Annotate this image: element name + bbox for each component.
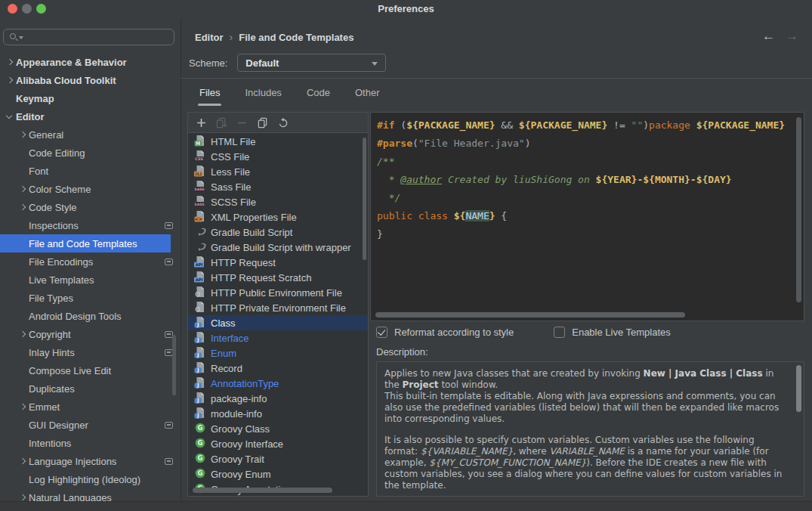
template-item-less-file[interactable]: (L)Less File xyxy=(188,164,368,179)
template-item-gradle-build-script-with-wrapper[interactable]: Gradle Build Script with wrapper xyxy=(188,240,368,255)
chevron-down-icon[interactable] xyxy=(5,107,16,125)
template-item-gradle-build-script[interactable]: Gradle Build Script xyxy=(188,225,368,240)
sidebar-scrollbar[interactable] xyxy=(172,335,176,395)
template-item-groovy-enum[interactable]: GGroovy Enum xyxy=(188,466,368,482)
code-token: "" xyxy=(631,119,644,131)
search-options-caret-icon[interactable] xyxy=(19,36,23,39)
sidebar-item-code-style[interactable]: Code Style xyxy=(0,198,181,216)
template-item-html-file[interactable]: HHTML File xyxy=(188,134,368,149)
sidebar-item-file-and-code-templates[interactable]: File and Code Templates xyxy=(0,234,171,252)
css-file-icon: CSS xyxy=(194,150,206,164)
sidebar-item-language-injections[interactable]: Language Injections xyxy=(0,452,181,470)
add-button[interactable] xyxy=(194,116,208,129)
template-item-http-private-environment-file[interactable]: HTTP Private Environment File xyxy=(188,300,368,315)
chevron-right-icon[interactable] xyxy=(17,125,29,144)
sidebar-item-duplicates[interactable]: Duplicates xyxy=(0,379,181,398)
chevron-right-icon[interactable] xyxy=(17,398,29,416)
sidebar-item-log-highlighting-ideolog[interactable]: Log Highlighting (Ideolog) xyxy=(0,470,181,488)
svg-text:J: J xyxy=(196,413,199,419)
template-item-label: Interface xyxy=(211,333,249,344)
sidebar-item-alibaba-cloud-toolkit[interactable]: Alibaba Cloud Toolkit xyxy=(0,71,181,89)
description-paragraph: This built-in template is editable. Alon… xyxy=(384,391,787,425)
template-item-class[interactable]: JClass xyxy=(188,315,368,330)
template-item-groovy-trait[interactable]: GGroovy Trait xyxy=(188,451,368,466)
sidebar-item-file-encodings[interactable]: File Encodings xyxy=(0,252,181,271)
chevron-right-icon[interactable] xyxy=(17,198,29,216)
template-code[interactable]: #if (${PACKAGE_NAME} && ${PACKAGE_NAME} … xyxy=(371,113,804,247)
breadcrumb-editor[interactable]: Editor xyxy=(195,32,224,43)
sidebar-item-android-design-tools[interactable]: Android Design Tools xyxy=(0,307,181,325)
template-item-enum[interactable]: JEnum xyxy=(188,345,368,361)
sidebar-item-color-scheme[interactable]: Color Scheme xyxy=(0,180,181,198)
description-segment: This built-in template is editable. Alon… xyxy=(384,391,779,424)
template-item-groovy-class[interactable]: GGroovy Class xyxy=(188,421,368,436)
chevron-right-icon[interactable] xyxy=(17,325,29,343)
template-item-css-file[interactable]: CSSCSS File xyxy=(188,149,368,164)
tab-code[interactable]: Code xyxy=(305,84,332,106)
template-item-interface[interactable]: JInterface xyxy=(188,330,368,345)
svg-text:J: J xyxy=(196,367,199,373)
template-item-groovy-interface[interactable]: GGroovy Interface xyxy=(188,436,368,451)
sidebar-item-code-editing[interactable]: Code Editing xyxy=(0,144,181,162)
description-scrollbar[interactable] xyxy=(796,365,801,412)
duplicate-button[interactable] xyxy=(255,116,269,129)
chevron-right-icon[interactable] xyxy=(17,452,29,470)
sidebar-item-live-templates[interactable]: Live Templates xyxy=(0,271,181,289)
template-item-http-public-environment-file[interactable]: HTTP Public Environment File xyxy=(188,285,368,300)
template-code-editor[interactable]: #if (${PACKAGE_NAME} && ${PACKAGE_NAME} … xyxy=(370,112,804,321)
sidebar-item-general[interactable]: General xyxy=(0,125,181,144)
search-input[interactable] xyxy=(26,30,171,44)
sidebar-item-compose-live-edit[interactable]: Compose Live Edit xyxy=(0,361,181,379)
live-templates-checkbox[interactable] xyxy=(554,327,565,338)
sidebar-item-emmet[interactable]: Emmet xyxy=(0,398,181,416)
sidebar-item-appearance-behavior[interactable]: Appearance & Behavior xyxy=(0,53,181,71)
templates-list-horizontal-scrollbar[interactable] xyxy=(193,488,332,493)
template-item-package-info[interactable]: Jpackage-info xyxy=(188,391,368,406)
chevron-right-icon[interactable] xyxy=(5,53,16,71)
code-token: "File Header.java" xyxy=(418,138,525,149)
template-item-record[interactable]: JRecord xyxy=(188,361,368,376)
scheme-dropdown[interactable]: Default xyxy=(237,54,386,72)
template-item-sass-file[interactable]: SASSSass File xyxy=(188,179,368,194)
sidebar-item-editor[interactable]: Editor xyxy=(0,107,181,125)
reformat-option[interactable]: Reformat according to style xyxy=(376,327,514,338)
template-item-label: package-info xyxy=(211,393,267,404)
code-token: ( xyxy=(412,138,418,149)
templates-list-vertical-scrollbar[interactable] xyxy=(363,138,366,260)
template-item-xml-properties-file[interactable]: <>XML Properties File xyxy=(188,209,368,225)
applied-settings-badge-icon xyxy=(165,458,173,465)
chevron-right-icon[interactable] xyxy=(17,180,29,198)
chevron-right-icon[interactable] xyxy=(5,71,16,89)
template-item-label: AnnotationType xyxy=(211,378,279,389)
search-field[interactable] xyxy=(3,29,174,45)
tab-other[interactable]: Other xyxy=(354,84,381,106)
template-item-http-request-scratch[interactable]: APIHTTP Request Scratch xyxy=(188,270,368,285)
svg-text:J: J xyxy=(196,382,199,389)
template-item-annotationtype[interactable]: JAnnotationType xyxy=(188,376,368,391)
tab-files[interactable]: Files xyxy=(198,84,221,106)
back-arrow-icon[interactable]: ← xyxy=(762,29,775,44)
live-templates-option[interactable]: Enable Live Templates xyxy=(554,327,671,338)
editor-horizontal-scrollbar[interactable] xyxy=(375,312,685,317)
sidebar-item-font[interactable]: Font xyxy=(0,162,181,180)
sidebar-item-keymap[interactable]: Keymap xyxy=(0,89,181,107)
template-item-http-request[interactable]: APIHTTP Request xyxy=(188,255,368,270)
sidebar-item-inspections[interactable]: Inspections xyxy=(0,216,181,234)
template-item-label: HTTP Private Environment File xyxy=(211,302,346,314)
code-line: * @author Created by liuShiGong on ${YEA… xyxy=(377,171,798,189)
sidebar-item-copyright[interactable]: Copyright xyxy=(0,325,181,343)
html-file-icon: H xyxy=(194,135,206,149)
tab-includes[interactable]: Includes xyxy=(243,84,283,106)
template-item-scss-file[interactable]: SASSSCSS File xyxy=(188,194,368,209)
reset-button[interactable] xyxy=(276,116,289,129)
sidebar-item-intentions[interactable]: Intentions xyxy=(0,434,181,452)
chevron-placeholder xyxy=(17,343,29,361)
template-item-module-info[interactable]: Jmodule-info xyxy=(188,406,368,421)
sidebar-item-inlay-hints[interactable]: Inlay Hints xyxy=(0,343,181,361)
template-item-label: Groovy Class xyxy=(211,423,270,435)
sidebar-item-file-types[interactable]: File Types xyxy=(0,289,181,307)
sidebar-item-gui-designer[interactable]: GUI Designer xyxy=(0,416,181,434)
editor-vertical-scrollbar[interactable] xyxy=(796,117,801,302)
reformat-checkbox[interactable] xyxy=(376,327,387,338)
breadcrumb-page: File and Code Templates xyxy=(239,32,354,43)
